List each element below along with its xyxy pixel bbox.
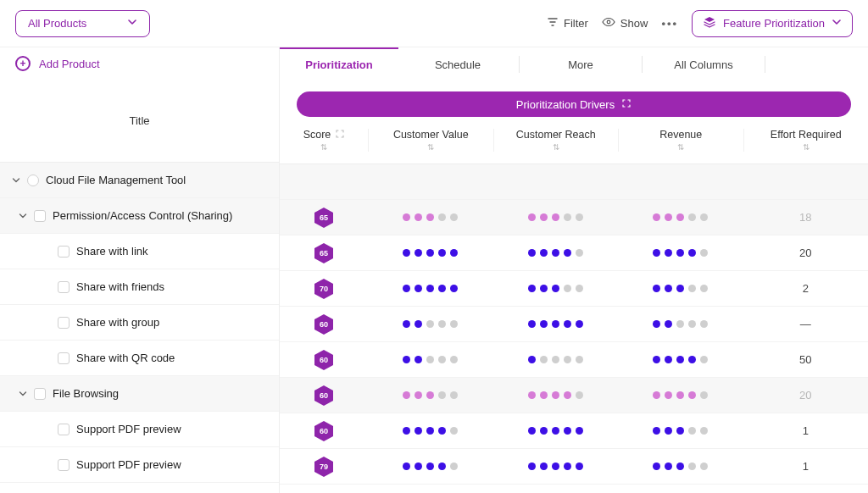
dot-rating[interactable] <box>653 356 708 363</box>
score-hexagon: 79 <box>314 456 334 478</box>
sort-icon: ⇅ <box>553 142 559 152</box>
dot <box>528 427 536 435</box>
effort-cell[interactable]: 50 <box>743 342 869 377</box>
score-value: 60 <box>320 320 328 329</box>
dot-rating[interactable] <box>528 427 583 435</box>
dot <box>552 213 559 221</box>
dot-rating[interactable] <box>653 463 708 470</box>
dot-rating[interactable] <box>653 213 708 221</box>
dot <box>450 285 458 292</box>
effort-value: 2 <box>803 282 809 295</box>
dot-rating[interactable] <box>528 356 583 363</box>
tab-label: Prioritization <box>305 58 372 71</box>
dot-rating[interactable] <box>403 213 458 221</box>
tab-more[interactable]: More <box>521 47 640 81</box>
add-product-button[interactable]: + Add Product <box>0 47 279 80</box>
dot <box>403 249 410 257</box>
chevron-down-icon[interactable] <box>19 212 27 220</box>
feature-prioritization-dropdown[interactable]: Feature Prioritization <box>692 10 853 37</box>
dot-rating[interactable] <box>528 249 583 257</box>
dot-rating[interactable] <box>403 249 458 257</box>
checkbox[interactable] <box>58 424 70 435</box>
column-header-effort-required[interactable]: Effort Required⇅ <box>743 129 869 152</box>
chevron-down-icon <box>832 17 842 30</box>
dot-rating[interactable] <box>528 391 583 399</box>
dot-rating[interactable] <box>528 463 583 470</box>
dot-rating[interactable] <box>653 320 708 328</box>
tab-schedule[interactable]: Schedule <box>398 47 517 81</box>
dot <box>653 356 660 363</box>
filter-button[interactable]: Filter <box>547 16 588 30</box>
row-title: Share with QR code <box>76 352 175 364</box>
filter-icon <box>547 16 559 30</box>
customer-reach-cell <box>493 200 619 235</box>
more-menu-button[interactable]: ••• <box>661 17 678 30</box>
dot-rating[interactable] <box>528 320 583 328</box>
checkbox[interactable] <box>34 210 46 222</box>
dot-rating[interactable] <box>653 427 708 435</box>
table-row: Share with link <box>0 234 279 269</box>
score-cell: 65 <box>280 200 368 235</box>
dot <box>540 391 548 399</box>
row-title-cell: Support PDF preview <box>0 458 279 471</box>
checkbox[interactable] <box>58 281 70 293</box>
sort-icon: ⇅ <box>320 142 327 152</box>
row-title-cell: File Browsing <box>0 387 279 400</box>
dot <box>426 463 434 470</box>
tab-label: Schedule <box>435 58 481 71</box>
checkbox[interactable] <box>58 352 70 364</box>
effort-cell[interactable]: 1 <box>743 413 869 448</box>
feature-prioritization-label: Feature Prioritization <box>723 17 825 30</box>
dot-rating[interactable] <box>653 249 708 257</box>
effort-cell[interactable]: 2 <box>743 271 869 306</box>
dot <box>450 320 458 328</box>
dot-rating[interactable] <box>528 213 583 221</box>
product-filter-dropdown[interactable]: All Products <box>15 10 150 37</box>
dot-rating[interactable] <box>403 356 458 363</box>
chevron-down-icon[interactable] <box>19 390 27 398</box>
checkbox[interactable] <box>58 459 70 471</box>
effort-cell[interactable]: 18 <box>743 200 869 235</box>
dot <box>450 356 458 363</box>
table-row: Share with group <box>0 305 279 341</box>
dot-rating[interactable] <box>403 427 458 435</box>
effort-cell[interactable]: 20 <box>743 378 869 413</box>
customer-value-cell <box>368 271 493 306</box>
tab-prioritization[interactable]: Prioritization <box>280 47 398 81</box>
column-header-revenue[interactable]: Revenue⇅ <box>618 129 743 152</box>
tab-all-columns[interactable]: All Columns <box>644 47 763 81</box>
dot <box>540 427 548 435</box>
dot-rating[interactable] <box>403 285 458 292</box>
dot-rating[interactable] <box>403 391 458 399</box>
col-label: Revenue <box>659 129 702 141</box>
dot <box>576 391 583 399</box>
show-button[interactable]: Show <box>602 16 648 30</box>
radio[interactable] <box>27 174 39 186</box>
column-header-customer-value[interactable]: Customer Value⇅ <box>368 129 493 152</box>
topbar: All Products Filter Show ••• <box>0 0 868 47</box>
dot <box>665 463 672 470</box>
column-header-customer-reach[interactable]: Customer Reach⇅ <box>493 129 619 152</box>
dot-rating[interactable] <box>653 391 708 399</box>
checkbox[interactable] <box>58 317 70 329</box>
effort-cell[interactable]: — <box>743 307 869 341</box>
dot-rating[interactable] <box>528 285 583 292</box>
row-title-cell: Share with QR code <box>0 352 279 364</box>
dot-rating[interactable] <box>653 285 708 292</box>
customer-value-cell <box>368 235 493 270</box>
effort-cell[interactable]: 1 <box>743 449 869 484</box>
dot-rating[interactable] <box>403 463 458 470</box>
column-header-score[interactable]: Score ⇅ <box>280 129 368 152</box>
prioritization-drivers-bar[interactable]: Prioritization Drivers <box>297 91 851 117</box>
dot <box>564 249 571 257</box>
chevron-down-icon[interactable] <box>12 176 20 185</box>
dot <box>564 356 571 363</box>
checkbox[interactable] <box>58 246 70 258</box>
dot <box>438 356 446 363</box>
checkbox[interactable] <box>34 388 46 400</box>
row-data: 6518 <box>280 200 868 235</box>
effort-cell[interactable]: 20 <box>743 235 869 270</box>
score-cell: 65 <box>280 235 368 270</box>
topbar-actions: Filter Show ••• Feature Prioritization <box>547 10 853 37</box>
dot-rating[interactable] <box>403 320 458 328</box>
